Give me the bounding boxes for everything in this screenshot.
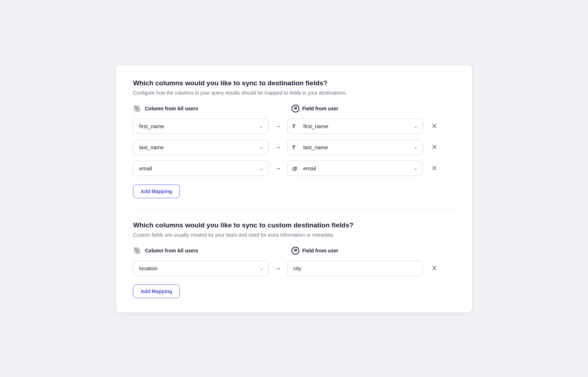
section1-subtitle: Configure how the columns in your query … <box>133 90 455 96</box>
source-select-wrapper-3: first_name last_name email location ⌄ <box>133 161 269 176</box>
arrow-icon-2: → <box>274 143 282 151</box>
mapping-row-2: first_name last_name email location ⌄ → … <box>133 140 455 155</box>
custom-arrow-1: → <box>274 264 282 272</box>
remove-button-2[interactable]: ✕ <box>429 141 440 153</box>
custom-remove-button-1[interactable]: ✕ <box>429 262 440 274</box>
section1-field-header-label: Field from user <box>302 106 338 111</box>
section2: Which columns would you like to sync to … <box>133 221 455 298</box>
add-mapping-button-2[interactable]: Add Mapping <box>133 285 180 298</box>
section1-column-headers: 🐘 Column from All users ⑩ Field from use… <box>133 104 455 113</box>
arrow-icon-3: → <box>274 164 282 172</box>
postgres-icon: 🐘 <box>133 104 142 113</box>
section-divider <box>133 210 455 210</box>
braze-icon-2: ⑩ <box>292 247 299 255</box>
arrow-icon-1: → <box>274 122 282 130</box>
section1-right-header: ⑩ Field from user <box>292 105 338 112</box>
section2-right-header: ⑩ Field from user <box>292 247 338 255</box>
dest-select-1[interactable]: first_name last_name email <box>287 119 423 134</box>
section2-title: Which columns would you like to sync to … <box>133 221 455 229</box>
remove-button-3[interactable]: ✕ <box>429 162 440 174</box>
mapping-row-1: first_name last_name email location ⌄ → … <box>133 119 455 134</box>
custom-dest-input-1[interactable] <box>287 261 423 276</box>
custom-source-select-1[interactable]: first_name last_name email location <box>133 261 269 276</box>
remove-button-1[interactable]: ✕ <box>429 120 440 132</box>
braze-icon-1: ⑩ <box>292 105 299 112</box>
source-select-3[interactable]: first_name last_name email location <box>133 161 269 176</box>
custom-dest-wrapper-1 <box>287 261 423 276</box>
source-select-wrapper-2: first_name last_name email location ⌄ <box>133 140 269 155</box>
section1-title: Which columns would you like to sync to … <box>133 79 455 87</box>
dest-wrapper-1: T first_name last_name email ⌄ <box>287 119 423 134</box>
section2-column-headers: 🐘 Column from All users ⑩ Field from use… <box>133 246 455 255</box>
mapping-row-3: first_name last_name email location ⌄ → … <box>133 161 455 176</box>
source-select-2[interactable]: first_name last_name email location <box>133 140 269 155</box>
section1-left-header: 🐘 Column from All users <box>133 104 276 113</box>
section1-col-header-label: Column from All users <box>145 106 198 111</box>
dest-wrapper-3: @ first_name last_name email ⌄ <box>287 161 423 176</box>
custom-mapping-row-1: first_name last_name email location ⌄ → … <box>133 261 455 276</box>
main-card: Which columns would you like to sync to … <box>116 65 472 313</box>
add-mapping-button-1[interactable]: Add Mapping <box>133 185 180 198</box>
dest-select-3[interactable]: first_name last_name email <box>287 161 423 176</box>
source-select-wrapper-1: first_name last_name email location ⌄ <box>133 119 269 134</box>
source-select-1[interactable]: first_name last_name email location <box>133 119 269 134</box>
custom-source-wrapper-1: first_name last_name email location ⌄ <box>133 261 269 276</box>
section2-col-header-label: Column from All users <box>145 248 198 253</box>
section2-field-header-label: Field from user <box>302 248 338 253</box>
dest-select-2[interactable]: first_name last_name email <box>287 140 423 155</box>
dest-wrapper-2: T first_name last_name email ⌄ <box>287 140 423 155</box>
section2-left-header: 🐘 Column from All users <box>133 246 276 255</box>
section1: Which columns would you like to sync to … <box>133 79 455 198</box>
postgres-icon-2: 🐘 <box>133 246 142 255</box>
section2-subtitle: Custom fields are usually created by you… <box>133 232 455 238</box>
